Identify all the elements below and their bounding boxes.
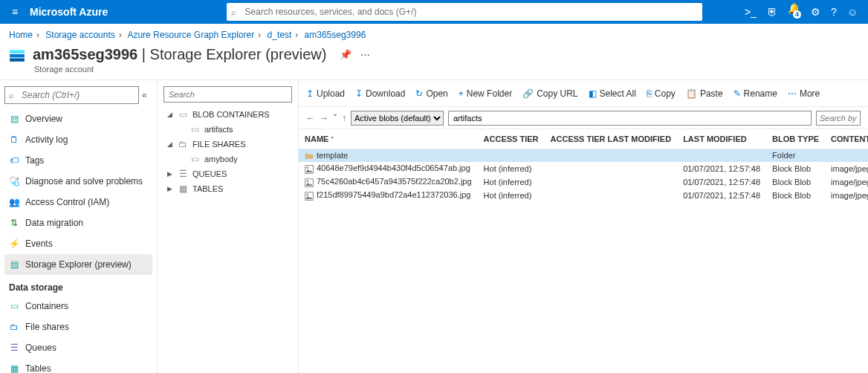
tree-node[interactable]: ▶▦TABLES xyxy=(163,181,292,196)
sidebar-item-storageexplorer[interactable]: ▤Storage Explorer (preview) xyxy=(4,254,152,275)
explorer-main: ↥Upload↧Download↻Open+New Folder🔗Copy UR… xyxy=(299,80,868,373)
sidebar-item-diagnose[interactable]: 🩺Diagnose and solve problems xyxy=(4,171,152,192)
cell-access-tier: Hot (inferred) xyxy=(478,175,545,189)
nav-dropdown-icon[interactable]: ˅ xyxy=(333,113,337,123)
download-button[interactable]: ↧Download xyxy=(355,88,405,99)
upload-button[interactable]: ↥Upload xyxy=(306,88,345,99)
menu-search-input[interactable] xyxy=(4,86,139,104)
container-icon: ▭ xyxy=(190,124,200,134)
tree-node[interactable]: ▶☰QUEUES xyxy=(163,166,292,181)
column-header[interactable]: ACCESS TIER xyxy=(478,129,545,149)
sidebar-item-label: Activity log xyxy=(25,134,68,145)
tags-icon: 🏷 xyxy=(9,155,19,166)
more-button[interactable]: ⋯More xyxy=(788,88,820,99)
copy-url-button[interactable]: 🔗Copy URL xyxy=(522,88,577,99)
path-input[interactable] xyxy=(448,111,812,126)
find-input[interactable] xyxy=(816,111,861,126)
sidebar-item-tables[interactable]: ▦Tables xyxy=(4,358,152,373)
table-row[interactable]: 75c4260ab4c6457a943575f222ca20b2.jpgHot … xyxy=(299,175,868,189)
upload-icon: ↥ xyxy=(306,88,314,99)
column-header[interactable]: CONTENT TYPE xyxy=(825,129,868,149)
rename-icon: ✎ xyxy=(733,88,741,99)
sidebar-item-queues[interactable]: ☰Queues xyxy=(4,337,152,358)
cell-content-type: image/jpeg xyxy=(825,175,868,189)
datamigration-icon: ⇅ xyxy=(9,218,19,228)
tree-node[interactable]: ▭amybody xyxy=(163,152,292,166)
global-search-input[interactable] xyxy=(227,3,702,21)
table-header-row: NAME ˄ACCESS TIERACCESS TIER LAST MODIFI… xyxy=(299,129,868,149)
tree-twisty-icon[interactable]: ◢ xyxy=(166,140,173,148)
feedback-icon[interactable]: ☺ xyxy=(847,6,858,18)
cell-content-type: image/jpeg xyxy=(825,189,868,202)
copy-button[interactable]: ⎘Copy xyxy=(647,88,676,99)
breadcrumb-link[interactable]: am365seg3996 xyxy=(305,30,366,40)
brand-label: Microsoft Azure xyxy=(30,6,123,18)
table-row[interactable]: templateFolder xyxy=(299,149,868,162)
collapse-menu-icon[interactable]: « xyxy=(142,90,152,100)
sidebar-item-label: Tags xyxy=(25,155,44,166)
sidebar-item-label: Diagnose and solve problems xyxy=(25,176,143,186)
tree-node[interactable]: ◢▭BLOB CONTAINERS xyxy=(163,107,292,122)
settings-gear-icon[interactable]: ⚙ xyxy=(811,6,820,18)
sidebar-item-overview[interactable]: ▤Overview xyxy=(4,108,152,129)
nav-up-icon[interactable]: ↑ xyxy=(342,113,346,123)
tree-node[interactable]: ▭artifacts xyxy=(163,122,292,137)
sidebar-item-label: Overview xyxy=(25,114,62,124)
search-icon: ⌕ xyxy=(231,7,236,16)
breadcrumb-link[interactable]: Home xyxy=(9,30,33,40)
paste-button[interactable]: 📋Paste xyxy=(686,88,723,99)
blob-view-select[interactable]: Active blobs (default) xyxy=(351,111,444,126)
svg-point-6 xyxy=(307,180,308,181)
sidebar-item-tags[interactable]: 🏷Tags xyxy=(4,150,152,171)
toolbar-label: Rename xyxy=(744,88,777,99)
tree-node-label: TABLES xyxy=(192,184,223,193)
tree-node[interactable]: ◢🗀FILE SHARES xyxy=(163,137,292,152)
column-header[interactable]: ACCESS TIER LAST MODIFIED xyxy=(545,129,678,149)
sidebar-item-label: File shares xyxy=(25,322,69,332)
help-icon[interactable]: ? xyxy=(831,6,837,18)
storage-account-icon xyxy=(9,47,25,63)
new-folder-button[interactable]: +New Folder xyxy=(459,88,512,99)
column-header[interactable]: LAST MODIFIED xyxy=(677,129,766,149)
select-all-button[interactable]: ◧Select All xyxy=(589,88,636,99)
notifications-icon[interactable]: 🔔4 xyxy=(788,2,800,22)
nav-forward-icon[interactable]: → xyxy=(320,113,328,123)
breadcrumb-link[interactable]: Storage accounts xyxy=(45,30,114,40)
rename-button[interactable]: ✎Rename xyxy=(733,88,777,99)
cell-name: template xyxy=(299,149,478,162)
tree-twisty-icon[interactable]: ▶ xyxy=(166,170,173,178)
sidebar-item-containers[interactable]: ▭Containers xyxy=(4,296,152,317)
column-header[interactable]: NAME ˄ xyxy=(299,129,478,149)
sidebar-item-iam[interactable]: 👥Access Control (IAM) xyxy=(4,192,152,213)
tree-twisty-icon[interactable]: ◢ xyxy=(166,111,173,118)
cloud-shell-icon[interactable]: >_ xyxy=(745,6,757,18)
nav-back-icon[interactable]: ← xyxy=(306,113,315,123)
table-row[interactable]: f215df89975449a9bd72a4e112372036.jpgHot … xyxy=(299,189,868,202)
svg-rect-0 xyxy=(10,50,25,53)
svg-point-4 xyxy=(307,166,308,168)
breadcrumb-link[interactable]: Azure Resource Graph Explorer xyxy=(127,30,254,40)
more-icon[interactable]: ⋯ xyxy=(360,49,370,60)
share-icon: 🗀 xyxy=(178,139,188,149)
table-row[interactable]: 40648e79ef9d4944b430f4d5c06547ab.jpgHot … xyxy=(299,162,868,175)
sidebar-item-activitylog[interactable]: 🗒Activity log xyxy=(4,129,152,150)
cell-content-type xyxy=(825,149,868,162)
sidebar-item-fileshares[interactable]: 🗀File shares xyxy=(4,317,152,337)
cell-blob-type: Block Blob xyxy=(766,189,825,202)
tree-search-input[interactable] xyxy=(163,86,292,103)
hamburger-icon[interactable]: ≡ xyxy=(0,6,30,18)
sidebar-item-datamigration[interactable]: ⇅Data migration xyxy=(4,213,152,233)
toolbar-label: Copy URL xyxy=(537,88,577,99)
directory-filter-icon[interactable]: ⛨ xyxy=(767,6,777,18)
sidebar-item-events[interactable]: ⚡Events xyxy=(4,233,152,254)
pin-icon[interactable]: 📌 xyxy=(340,49,352,60)
activitylog-icon: 🗒 xyxy=(9,134,19,145)
container-icon: ▭ xyxy=(190,154,200,164)
sidebar-item-label: Access Control (IAM) xyxy=(25,197,109,207)
more-icon: ⋯ xyxy=(788,88,797,99)
diagnose-icon: 🩺 xyxy=(9,176,19,186)
breadcrumb-link[interactable]: d_test xyxy=(268,30,292,40)
tree-twisty-icon[interactable]: ▶ xyxy=(166,185,173,192)
open-button[interactable]: ↻Open xyxy=(415,88,447,99)
column-header[interactable]: BLOB TYPE xyxy=(766,129,825,149)
